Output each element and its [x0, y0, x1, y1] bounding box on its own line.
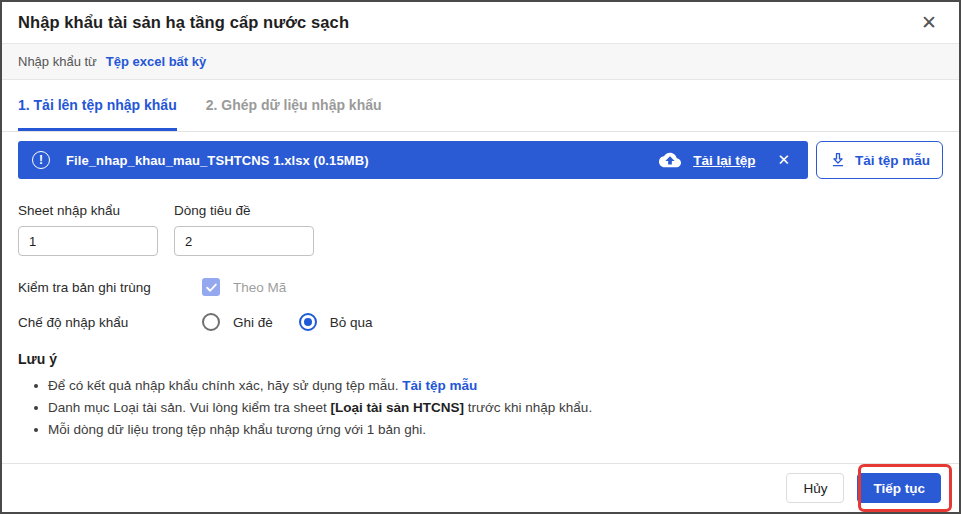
import-dialog: Nhập khẩu tài sản hạ tầng cấp nước sạch … [0, 0, 961, 514]
radio-unselected-icon[interactable] [202, 313, 220, 331]
notes-title: Lưu ý [18, 351, 943, 367]
download-template-button[interactable]: Tải tệp mẫu [816, 141, 943, 179]
sheet-label: Sheet nhập khẩu [18, 203, 158, 218]
remove-file-icon[interactable]: ✕ [777, 151, 790, 169]
note-item-template: Để có kết quả nhập khẩu chính xác, hãy s… [18, 375, 943, 397]
note-2-suffix: trước khi nhập khẩu. [464, 400, 592, 415]
wizard-tabs: 1. Tải lên tệp nhập khẩu 2. Ghép dữ liệu… [2, 80, 959, 132]
header-row-field: Dòng tiêu đề [174, 203, 314, 256]
tab-upload-file[interactable]: 1. Tải lên tệp nhập khẩu [18, 80, 177, 131]
duplicate-check-label: Kiểm tra bản ghi trùng [18, 280, 202, 295]
radio-option-skip[interactable]: Bỏ qua [299, 313, 373, 331]
any-excel-file-link[interactable]: Tệp excel bất kỳ [106, 54, 206, 69]
note-item-rows: Mỗi dòng dữ liệu trong tệp nhập khẩu tươ… [18, 419, 943, 441]
cancel-button[interactable]: Hủy [786, 473, 844, 503]
import-from-label: Nhập khẩu từ [18, 54, 97, 69]
sheet-field: Sheet nhập khẩu [18, 203, 158, 256]
duplicate-check-row: Kiểm tra bản ghi trùng Theo Mã [18, 278, 943, 296]
note-3-text: Mỗi dòng dữ liệu trong tệp nhập khẩu tươ… [48, 422, 426, 437]
overwrite-label: Ghi đè [233, 315, 273, 330]
sheet-input[interactable] [18, 226, 158, 256]
file-row: ! File_nhap_khau_mau_TSHTCNS 1.xlsx (0.1… [18, 141, 943, 179]
continue-button[interactable]: Tiếp tục [857, 473, 941, 503]
note-item-category: Danh mục Loại tài sản. Vui lòng kiểm tra… [18, 397, 943, 419]
notes-list: Để có kết quả nhập khẩu chính xác, hãy s… [18, 375, 943, 441]
radio-option-overwrite[interactable]: Ghi đè [202, 313, 273, 331]
reload-file-link[interactable]: Tải lại tệp [693, 153, 755, 168]
header-row-input[interactable] [174, 226, 314, 256]
uploaded-file-name: File_nhap_khau_mau_TSHTCNS 1.xlsx (0.15M… [66, 153, 369, 168]
checkmark-icon [205, 281, 218, 294]
import-source-row: Nhập khẩu từ Tệp excel bất kỳ [2, 44, 959, 80]
import-mode-row: Chế độ nhập khẩu Ghi đè Bỏ qua [18, 313, 943, 331]
tab-map-data[interactable]: 2. Ghép dữ liệu nhập khẩu [206, 80, 382, 131]
dialog-header: Nhập khẩu tài sản hạ tầng cấp nước sạch … [2, 2, 959, 44]
note-download-template-link[interactable]: Tải tệp mẫu [402, 378, 477, 393]
note-1-text: Để có kết quả nhập khẩu chính xác, hãy s… [48, 378, 402, 393]
cloud-upload-icon[interactable] [659, 149, 681, 171]
duplicate-check-option-label: Theo Mã [233, 280, 286, 295]
dialog-footer: Hủy Tiếp tục [2, 463, 959, 512]
fields-row: Sheet nhập khẩu Dòng tiêu đề [18, 203, 943, 256]
note-2-sheet-name: [Loại tài sản HTCNS] [330, 400, 464, 415]
info-icon: ! [32, 151, 50, 169]
download-template-label: Tải tệp mẫu [855, 153, 930, 168]
uploaded-file-bar: ! File_nhap_khau_mau_TSHTCNS 1.xlsx (0.1… [18, 141, 808, 179]
close-icon[interactable]: ✕ [917, 11, 941, 34]
skip-label: Bỏ qua [330, 315, 373, 330]
checked-checkbox[interactable] [202, 278, 220, 296]
download-icon [829, 151, 847, 169]
header-row-label: Dòng tiêu đề [174, 203, 314, 218]
radio-selected-icon[interactable] [299, 313, 317, 331]
dialog-title: Nhập khẩu tài sản hạ tầng cấp nước sạch [18, 13, 349, 32]
import-mode-label: Chế độ nhập khẩu [18, 315, 202, 330]
note-2-prefix: Danh mục Loại tài sản. Vui lòng kiểm tra… [48, 400, 330, 415]
dialog-body: ! File_nhap_khau_mau_TSHTCNS 1.xlsx (0.1… [2, 141, 959, 441]
